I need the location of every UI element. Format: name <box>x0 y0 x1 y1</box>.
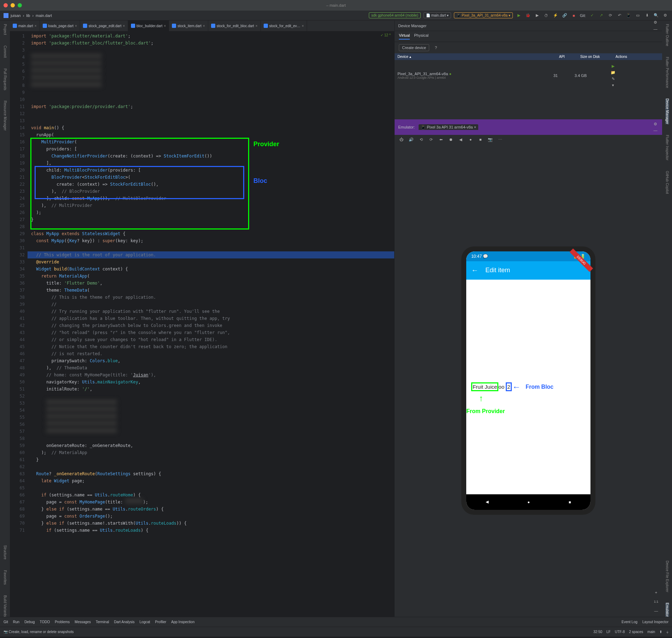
close-tab-icon[interactable]: × <box>302 24 304 28</box>
status-item[interactable]: 2 spaces <box>629 630 643 634</box>
more-icon[interactable]: ▾ <box>610 82 616 88</box>
emulator-hide-icon[interactable]: — <box>652 127 659 133</box>
device-row[interactable]: Pixel_3a_API_31_arm64-v8a ● Android 12.0… <box>395 60 662 91</box>
run-button-icon[interactable]: ▶ <box>516 12 522 19</box>
emulator-toolbar-icon[interactable]: ⋯ <box>497 136 503 143</box>
status-item[interactable]: 32:50 <box>593 630 602 634</box>
emulator-chip[interactable]: 📱 Pixel_3a_API_31_arm64-v8a ▾ <box>454 12 513 18</box>
zoom-fit-icon[interactable]: 1:1 <box>653 598 659 605</box>
emulator-toolbar-icon[interactable]: ⬅ <box>438 136 444 143</box>
status-item[interactable]: UTF-8 <box>615 630 625 634</box>
emulator-toolbar-icon[interactable]: ⟲ <box>418 136 424 143</box>
breadcrumb-file[interactable]: main.dart <box>36 13 52 18</box>
close-tab-icon[interactable]: × <box>35 24 37 28</box>
status-item[interactable]: main <box>647 630 655 634</box>
zoom-in-icon[interactable]: + <box>653 589 659 596</box>
git-history-icon[interactable]: ⟳ <box>607 12 613 19</box>
status-item[interactable]: ⏚ <box>666 630 668 634</box>
toolwindow-profiler[interactable]: Profiler <box>155 620 166 624</box>
rail-pull-requests[interactable]: Pull Requests <box>3 68 7 90</box>
emulator-tab[interactable]: 📱 Pixel 3a API 31 arm64-v8a × <box>419 124 478 130</box>
rail-github-copilot[interactable]: GitHub Copilot <box>665 171 669 194</box>
git-revert-icon[interactable]: ↶ <box>616 12 623 19</box>
close-tab-icon[interactable]: × <box>474 125 476 129</box>
close-window-icon[interactable] <box>4 3 8 7</box>
editor-tab[interactable]: loads_page.dart × <box>40 20 80 31</box>
close-tab-icon[interactable]: × <box>75 24 77 28</box>
emulator-toolbar-icon[interactable]: ⏺ <box>448 136 454 143</box>
toolwindow-dart-analysis[interactable]: Dart Analysis <box>114 620 134 624</box>
close-tab-icon[interactable]: × <box>123 24 125 28</box>
col-device[interactable]: Device ▴ <box>395 53 556 60</box>
tab-virtual[interactable]: Virtual <box>399 33 410 40</box>
close-tab-icon[interactable]: × <box>164 24 166 28</box>
rail-favorites[interactable]: Favorites <box>3 570 7 585</box>
nav-recent-icon[interactable]: ■ <box>569 500 571 504</box>
search-icon[interactable]: 🔍 <box>653 12 659 19</box>
emulator-toolbar-icon[interactable]: 📷 <box>487 136 493 143</box>
code-content[interactable]: import 'package:flutter/material.dart';i… <box>28 31 394 617</box>
toolwindow-app-inspection[interactable]: App Inspection <box>171 620 194 624</box>
avd-icon[interactable]: ▭ <box>635 12 641 19</box>
col-actions[interactable]: Actions <box>613 53 662 60</box>
rail-device-manager[interactable]: Device Manager <box>665 99 669 124</box>
back-button-icon[interactable]: ← <box>471 266 478 274</box>
help-icon[interactable]: ? <box>433 44 439 51</box>
emulator-toolbar-icon[interactable]: ■ <box>477 136 484 143</box>
create-device-button[interactable]: Create device <box>399 44 429 51</box>
editor-tab[interactable]: stock_item.dart × <box>169 20 208 31</box>
rail-project[interactable]: Project <box>3 24 7 35</box>
nav-back-icon[interactable]: ◀ <box>486 500 488 504</box>
col-size[interactable]: Size on Disk <box>577 53 613 60</box>
emulator-toolbar-icon[interactable]: 🔊 <box>408 136 414 143</box>
gear-icon[interactable]: ⚙ <box>652 19 659 26</box>
editor-tab[interactable]: stock_page_edit.dart × <box>80 20 128 31</box>
toolwindow-todo[interactable]: TODO <box>40 620 50 624</box>
rail-commit[interactable]: Commit <box>3 46 7 58</box>
emulator-toolbar-icon[interactable]: ⏻ <box>398 136 404 143</box>
breadcrumb-project[interactable]: juisan <box>11 13 21 18</box>
open-folder-icon[interactable]: 📁 <box>610 69 616 76</box>
emulator-toolbar-icon[interactable]: ● <box>467 136 474 143</box>
hot-reload-icon[interactable]: ⚡ <box>552 12 559 19</box>
status-item[interactable]: ⬆ <box>659 630 662 634</box>
status-item[interactable]: LF <box>606 630 611 634</box>
profile-icon[interactable]: ⏱ <box>543 12 550 19</box>
toolwindow-run[interactable]: Run <box>13 620 19 624</box>
run-config-selector[interactable]: 📄 main.dart ▾ <box>424 12 451 18</box>
editor-body[interactable]: ✓ 12 ^ 123456789101112131415161718192021… <box>10 31 394 617</box>
close-tab-icon[interactable]: × <box>203 24 205 28</box>
settings-icon[interactable]: ⚙ <box>662 12 668 19</box>
close-tab-icon[interactable]: × <box>256 24 258 28</box>
rail-flutter-outline[interactable]: Flutter Outline <box>665 24 669 46</box>
device-manager-icon[interactable]: 📱 <box>625 12 632 19</box>
toolwindow-git[interactable]: Git <box>4 620 8 624</box>
rail-flutter-performance[interactable]: Flutter Performance <box>665 57 669 88</box>
editor-tab[interactable]: bloc_builder.dart × <box>128 20 169 31</box>
rail-device-file-explorer[interactable]: Device File Explorer <box>665 561 669 592</box>
emulator-toolbar-icon[interactable]: ⟳ <box>428 136 434 143</box>
toolwindow-event-log[interactable]: Event Log <box>622 620 637 624</box>
minimize-window-icon[interactable] <box>11 3 15 7</box>
device-selector[interactable]: sdk gphone64 arm64 (mobile) <box>369 12 421 18</box>
emulator-gear-icon[interactable]: ⚙ <box>652 121 659 127</box>
editor-tab[interactable]: main.dart × <box>10 20 40 31</box>
rail-structure[interactable]: Structure <box>3 545 7 560</box>
emulator-toolbar-icon[interactable]: ◀ <box>457 136 464 143</box>
col-api[interactable]: API <box>556 53 577 60</box>
toolwindow-logcat[interactable]: Logcat <box>139 620 150 624</box>
rail-flutter-inspector[interactable]: Flutter Inspector <box>665 135 669 160</box>
git-push-icon[interactable]: ↗ <box>598 12 604 19</box>
editor-tab[interactable]: stock_for_edit_ev… × <box>261 20 307 31</box>
rail-emulator[interactable]: Emulator <box>665 603 669 617</box>
rail-resource-manager[interactable]: Resource Manager <box>3 101 7 131</box>
breadcrumb-folder[interactable]: lib <box>26 13 30 18</box>
tab-physical[interactable]: Physical <box>414 33 428 40</box>
stop-button-icon[interactable]: ■ <box>571 12 577 19</box>
toolwindow-layout-inspector[interactable]: Layout Inspector <box>642 620 668 624</box>
zoom-out-icon[interactable]: — <box>653 608 659 614</box>
sdk-icon[interactable]: ⬇ <box>644 12 650 19</box>
toolwindow-messages[interactable]: Messages <box>75 620 91 624</box>
nav-home-icon[interactable]: ● <box>527 500 530 504</box>
debug-button-icon[interactable]: 🐞 <box>525 12 531 19</box>
